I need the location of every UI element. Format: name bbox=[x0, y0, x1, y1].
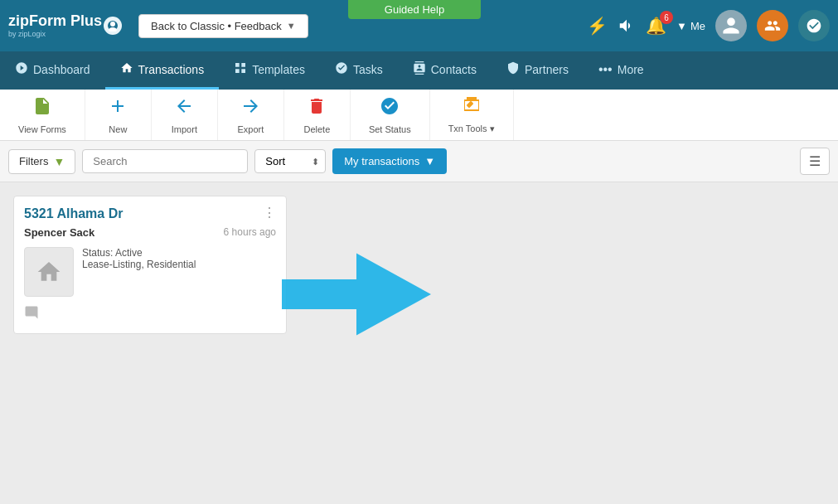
toolbar: View Forms New Import Export Delete Set … bbox=[0, 90, 838, 141]
import-label: Import bbox=[172, 124, 197, 134]
txn-tools-label: Txn Tools ▾ bbox=[448, 124, 495, 134]
nav-item-partners[interactable]: Partners bbox=[492, 51, 584, 90]
more-icon: ••• bbox=[598, 62, 613, 77]
import-button[interactable]: Import bbox=[152, 90, 218, 140]
partners-icon bbox=[506, 61, 520, 78]
templates-icon bbox=[234, 61, 247, 78]
transactions-label: Transactions bbox=[138, 63, 205, 76]
filter-bar: Filters ▼ Sort Date Address Status My tr… bbox=[0, 141, 838, 182]
nav-item-more[interactable]: ••• More bbox=[584, 51, 659, 90]
guided-help-label: Guided Help bbox=[385, 3, 444, 16]
nav-item-tasks[interactable]: Tasks bbox=[320, 51, 398, 90]
top-nav-right: ⚡ 🔔 6 ▼ Me bbox=[587, 10, 830, 41]
card-thumbnail bbox=[24, 247, 74, 297]
contacts-label: Contacts bbox=[431, 63, 477, 76]
guided-help-bar[interactable]: Guided Help bbox=[348, 0, 481, 19]
svg-marker-3 bbox=[282, 254, 431, 336]
user-label: Me bbox=[690, 20, 705, 32]
view-forms-button[interactable]: View Forms bbox=[0, 90, 85, 140]
new-icon bbox=[108, 96, 128, 121]
transaction-card: 5321 Alhama Dr ⋮ Spencer Sack 6 hours ag… bbox=[13, 196, 287, 334]
set-status-label: Set Status bbox=[369, 124, 411, 134]
filter-icon: ▼ bbox=[53, 155, 65, 168]
card-footer bbox=[24, 305, 276, 323]
set-status-button[interactable]: Set Status bbox=[351, 90, 430, 140]
nav-item-transactions[interactable]: Transactions bbox=[105, 51, 220, 90]
contacts-icon bbox=[413, 61, 426, 78]
card-body: Status: Active Lease-Listing, Residentia… bbox=[24, 247, 276, 297]
dashboard-label: Dashboard bbox=[33, 63, 90, 76]
new-button[interactable]: New bbox=[85, 90, 152, 140]
notification-badge: 6 bbox=[660, 11, 673, 24]
sort-wrapper: Sort Date Address Status bbox=[254, 149, 326, 173]
partners-label: Partners bbox=[525, 63, 569, 76]
txn-tools-icon bbox=[462, 95, 482, 120]
lightning-icon-button[interactable]: ⚡ bbox=[587, 16, 608, 36]
card-details: Status: Active Lease-Listing, Residentia… bbox=[82, 247, 196, 270]
more-label: More bbox=[618, 63, 644, 76]
user-menu-button[interactable]: ▼ Me bbox=[676, 20, 705, 32]
card-time: 6 hours ago bbox=[224, 226, 276, 239]
my-transactions-label: My transactions bbox=[344, 155, 419, 167]
delete-button[interactable]: Delete bbox=[284, 90, 351, 140]
teal-group-icon[interactable] bbox=[798, 10, 830, 41]
dropdown-arrow-icon: ▼ bbox=[287, 21, 296, 31]
nav-item-contacts[interactable]: Contacts bbox=[398, 51, 492, 90]
delete-icon bbox=[307, 96, 327, 121]
list-view-icon: ☰ bbox=[809, 154, 821, 168]
export-button[interactable]: Export bbox=[218, 90, 284, 140]
card-menu-button[interactable]: ⋮ bbox=[263, 206, 276, 220]
card-sub: Spencer Sack 6 hours ago bbox=[24, 226, 276, 239]
sort-select[interactable]: Sort Date Address Status bbox=[254, 149, 326, 173]
classic-feedback-label: Back to Classic • Feedback bbox=[151, 20, 282, 32]
nav-item-templates[interactable]: Templates bbox=[219, 51, 320, 90]
nav-item-dashboard[interactable]: Dashboard bbox=[0, 51, 105, 90]
view-toggle-button[interactable]: ☰ bbox=[800, 148, 830, 175]
filters-label: Filters bbox=[19, 155, 48, 167]
bell-icon-button[interactable]: 🔔 6 bbox=[646, 16, 666, 36]
import-icon bbox=[174, 96, 194, 121]
logo-circle bbox=[104, 17, 122, 35]
export-label: Export bbox=[237, 124, 264, 134]
blue-arrow-indicator bbox=[282, 240, 431, 351]
logo-text: zipForm Plus bbox=[8, 12, 102, 29]
my-transactions-arrow-icon: ▼ bbox=[424, 155, 435, 167]
megaphone-icon-button[interactable] bbox=[618, 17, 636, 35]
logo: zipForm Plus by zipLogix bbox=[8, 13, 122, 38]
filters-button[interactable]: Filters ▼ bbox=[8, 149, 75, 174]
delete-label: Delete bbox=[303, 124, 330, 134]
card-address[interactable]: 5321 Alhama Dr bbox=[24, 206, 123, 221]
dashboard-icon bbox=[15, 61, 28, 78]
content-area: 5321 Alhama Dr ⋮ Spencer Sack 6 hours ag… bbox=[0, 182, 838, 504]
card-type: Lease-Listing, Residential bbox=[82, 259, 196, 270]
main-navigation: Dashboard Transactions Templates Tasks C… bbox=[0, 51, 838, 90]
view-forms-label: View Forms bbox=[18, 124, 66, 134]
my-transactions-button[interactable]: My transactions ▼ bbox=[332, 148, 447, 174]
card-status: Status: Active bbox=[82, 247, 196, 259]
new-label: New bbox=[109, 124, 127, 134]
transactions-icon bbox=[120, 61, 133, 78]
card-name: Spencer Sack bbox=[24, 226, 94, 239]
svg-point-1 bbox=[110, 22, 115, 27]
templates-label: Templates bbox=[252, 63, 305, 76]
set-status-icon bbox=[380, 96, 400, 121]
dropdown-arrow-icon: ▼ bbox=[676, 20, 687, 32]
tasks-label: Tasks bbox=[353, 63, 383, 76]
house-icon bbox=[36, 259, 62, 285]
comment-icon[interactable] bbox=[24, 305, 39, 323]
card-header: 5321 Alhama Dr ⋮ bbox=[24, 206, 276, 221]
txn-tools-button[interactable]: Txn Tools ▾ bbox=[430, 90, 514, 140]
avatar[interactable] bbox=[715, 10, 747, 41]
search-input[interactable] bbox=[82, 149, 248, 173]
view-forms-icon bbox=[32, 96, 52, 121]
orange-team-icon[interactable] bbox=[757, 10, 788, 41]
export-icon bbox=[240, 96, 260, 121]
tasks-icon bbox=[335, 61, 348, 78]
logo-sub: by zipLogix bbox=[8, 30, 102, 38]
classic-feedback-button[interactable]: Back to Classic • Feedback ▼ bbox=[138, 14, 308, 38]
